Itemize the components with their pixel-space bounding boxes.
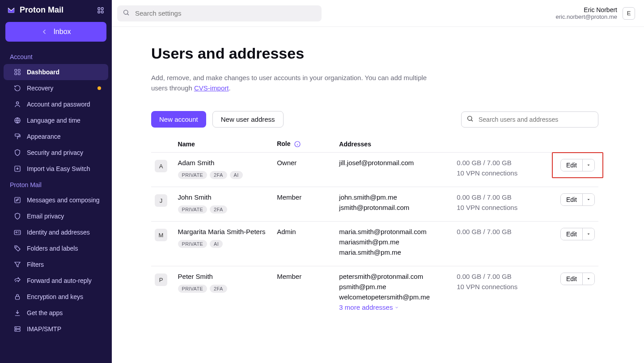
svg-rect-1 [102,8,104,10]
badge: AI [230,171,243,179]
sidebar-item-filters[interactable]: Filters [4,256,108,273]
sidebar-item-label: Appearance [27,133,61,140]
badge: 2FA [210,205,227,214]
lock-icon [13,293,21,301]
vpn-cell: 10 VPN connections [457,204,549,211]
brand-logo[interactable]: Proton Mail [7,5,97,15]
row-avatar: M [155,229,167,241]
svg-point-19 [16,328,17,328]
sidebar-item-label: Import via Easy Switch [27,165,90,172]
addresses-cell: petersmith@protonmail.compsmith@pm.mewel… [339,273,449,311]
col-name: Name [174,136,274,153]
sidebar-item-recovery[interactable]: Recovery [4,80,108,96]
address: john.smith@pm.me [339,193,449,201]
table-row: J John SmithPRIVATE2FA Member john.smith… [151,187,598,222]
sidebar-item-import-via-easy-switch[interactable]: Import via Easy Switch [4,161,108,177]
notification-dot-icon [97,86,101,90]
sidebar-item-folders-and-labels[interactable]: Folders and labels [4,240,108,256]
edit-split-button[interactable]: Edit [560,273,595,285]
sidebar-item-security-and-privacy[interactable]: Security and privacy [4,145,108,161]
sidebar-item-label: Encryption and keys [27,293,83,300]
user-avatar[interactable]: E [623,7,635,20]
badge: PRIVATE [178,171,208,179]
edit-dropdown-button[interactable] [582,273,594,285]
cvs-import-link[interactable]: CVS-import [194,84,229,92]
svg-point-21 [124,10,128,14]
table-row: A Adam SmithPRIVATE2FAAI Owner jill.jose… [151,153,598,187]
sidebar-item-encryption-and-keys[interactable]: Encryption and keys [4,289,108,305]
sidebar-item-identity-and-addresses[interactable]: Identity and addresses [4,224,108,240]
row-avatar: J [155,194,167,207]
edit-dropdown-button[interactable] [582,194,594,205]
edit-split-button[interactable]: Edit [560,228,595,240]
user-icon [13,100,21,108]
svg-rect-2 [98,11,100,13]
brand-name: Proton Mail [20,5,64,15]
badge: PRIVATE [178,205,208,214]
address: welcometopetersmith@pm.me [339,293,449,301]
search-icon [123,9,130,18]
compose-icon [13,196,21,204]
row-avatar: P [155,273,167,286]
edit-dropdown-button[interactable] [582,159,594,171]
user-name-cell: Peter Smith [178,273,270,280]
sidebar-item-messages-and-composing[interactable]: Messages and composing [4,192,108,208]
proton-logo-icon [7,6,15,14]
address: maria.smith@protonmail.com [339,228,449,235]
role-cell: Member [273,187,335,222]
sidebar-item-label: Folders and labels [27,245,78,252]
svg-rect-6 [15,73,17,75]
addresses-cell: jill.josef@protonmail.com [339,159,449,167]
sidebar-item-email-privacy[interactable]: Email privacy [4,208,108,224]
badge: AI [210,240,223,248]
sidebar-item-get-the-apps[interactable]: Get the apps [4,305,108,321]
inbox-button[interactable]: Inbox [5,22,106,42]
addresses-cell: maria.smith@protonmail.commariasmith@pm.… [339,228,449,256]
storage-cell: 0.00 GB / 7.00 GB [457,228,549,235]
sidebar-item-label: Identity and addresses [27,229,90,236]
sidebar-item-forward-and-auto-reply[interactable]: Forward and auto-reply [4,273,108,289]
address: jill.josef@protonmail.com [339,159,449,167]
user-name-cell: John Smith [178,193,270,201]
sidebar-item-appearance[interactable]: Appearance [4,128,108,145]
funnel-icon [13,261,21,269]
info-icon[interactable] [294,141,301,148]
new-account-button[interactable]: New account [151,111,206,128]
sidebar-item-label: Account and password [27,101,90,108]
sidebar-item-label: Security and privacy [27,149,83,156]
svg-rect-0 [98,8,100,10]
svg-rect-18 [15,329,20,332]
sidebar-item-language-and-time[interactable]: Language and time [4,112,108,128]
import-icon [13,165,21,173]
badge: PRIVATE [178,240,208,248]
globe-icon [13,116,21,124]
address: jsmith@protonmail.com [339,204,449,211]
search-icon [466,115,474,124]
settings-search-input[interactable] [117,5,322,21]
edit-split-button[interactable]: Edit [560,193,595,206]
address: petersmith@protonmail.com [339,273,449,280]
badge: 2FA [210,171,227,179]
section-protonmail: Proton Mail [0,177,112,192]
more-addresses-link[interactable]: 3 more addresses [339,303,399,311]
new-user-address-button[interactable]: New user address [212,111,284,128]
edit-button[interactable]: Edit [561,273,582,285]
idcard-icon [13,228,21,236]
server-icon [13,325,21,333]
edit-button[interactable]: Edit [561,159,582,171]
edit-split-button[interactable]: Edit [560,159,595,171]
edit-button[interactable]: Edit [561,228,582,240]
sidebar-item-account-and-password[interactable]: Account and password [4,96,108,112]
shield-icon [13,149,21,157]
vpn-cell: 10 VPN connections [457,169,549,177]
app-switcher-icon[interactable] [97,6,105,14]
user-name-cell: Margarita Maria Smith-Peters [178,228,270,235]
sidebar-item-imap-smtp[interactable]: IMAP/SMTP [4,321,108,337]
users-search-input[interactable] [461,111,598,128]
sidebar-item-dashboard[interactable]: Dashboard [4,64,108,80]
tag-icon [13,244,21,252]
edit-dropdown-button[interactable] [582,228,594,240]
user-name-cell: Adam Smith [178,159,270,167]
sidebar-item-label: Language and time [27,117,80,124]
edit-button[interactable]: Edit [561,194,582,205]
